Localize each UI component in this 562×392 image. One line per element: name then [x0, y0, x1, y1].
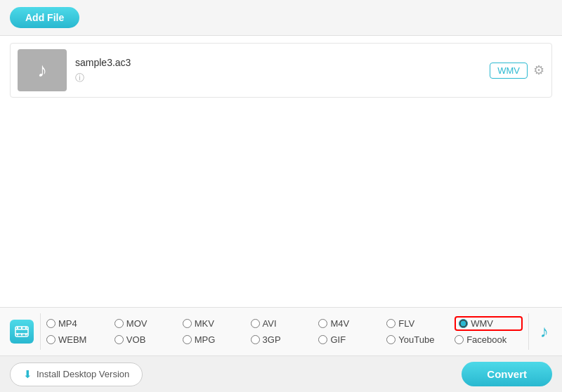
- format-selector: MP4 MOV MKV AVI M4V FLV: [0, 313, 562, 350]
- file-name: sample3.ac3: [75, 57, 490, 68]
- format-label-avi: AVI: [263, 318, 277, 329]
- format-option-wmv[interactable]: WMV: [455, 316, 523, 331]
- format-radio-mpg[interactable]: [183, 335, 192, 344]
- format-label-mp4: MP4: [58, 318, 77, 329]
- svg-rect-8: [21, 334, 22, 336]
- format-radio-3gp[interactable]: [251, 335, 260, 344]
- format-radio-webm[interactable]: [46, 335, 55, 344]
- format-label-facebook: Facebook: [466, 334, 507, 345]
- format-radio-mov[interactable]: [115, 319, 124, 328]
- format-option-3gp[interactable]: 3GP: [251, 332, 319, 347]
- file-item: ♪ sample3.ac3 ⓘ WMV ⚙: [10, 43, 552, 98]
- format-radio-m4v[interactable]: [318, 319, 327, 328]
- format-option-m4v[interactable]: M4V: [318, 316, 386, 331]
- info-icon[interactable]: ⓘ: [75, 72, 84, 83]
- video-format-tab[interactable]: [3, 313, 41, 350]
- format-radio-youtube[interactable]: [386, 335, 396, 344]
- format-radio-flv[interactable]: [386, 319, 396, 328]
- file-thumbnail: ♪: [18, 49, 67, 91]
- audio-format-tab[interactable]: ♪: [528, 313, 559, 350]
- svg-rect-6: [25, 334, 27, 336]
- install-desktop-button[interactable]: ⬇ Install Desktop Version: [10, 362, 143, 386]
- format-radio-gif[interactable]: [318, 335, 327, 344]
- format-radio-avi[interactable]: [251, 319, 260, 328]
- format-option-vob[interactable]: VOB: [115, 332, 183, 347]
- format-label-m4v: M4V: [330, 318, 349, 329]
- bottom-panel: MP4 MOV MKV AVI M4V FLV: [0, 307, 562, 355]
- format-option-webm[interactable]: WEBM: [46, 332, 115, 347]
- format-option-mkv[interactable]: MKV: [183, 316, 251, 331]
- format-label-youtube: YouTube: [398, 334, 434, 345]
- file-info: sample3.ac3 ⓘ: [75, 57, 490, 84]
- svg-rect-3: [17, 327, 18, 329]
- format-radio-wmv[interactable]: [459, 319, 468, 328]
- download-icon: ⬇: [23, 368, 32, 381]
- format-option-mov[interactable]: MOV: [115, 316, 183, 331]
- format-radio-vob[interactable]: [115, 335, 124, 344]
- format-label-webm: WEBM: [58, 334, 86, 345]
- format-option-flv[interactable]: FLV: [386, 316, 455, 331]
- format-label-gif: GIF: [330, 334, 346, 345]
- format-label-wmv: WMV: [471, 318, 493, 329]
- file-list: ♪ sample3.ac3 ⓘ WMV ⚙: [0, 36, 562, 307]
- audio-note-icon: ♪: [540, 322, 549, 341]
- format-label-mpg: MPG: [195, 334, 216, 345]
- install-label: Install Desktop Version: [37, 369, 129, 379]
- format-radio-mp4[interactable]: [46, 319, 55, 328]
- file-actions: WMV ⚙: [490, 63, 544, 79]
- film-icon: [10, 320, 34, 344]
- svg-rect-1: [15, 329, 28, 330]
- music-note-icon: ♪: [37, 59, 47, 81]
- format-option-mp4[interactable]: MP4: [46, 316, 115, 331]
- format-option-mpg[interactable]: MPG: [183, 332, 251, 347]
- format-option-gif[interactable]: GIF: [318, 332, 386, 347]
- format-label-mkv: MKV: [195, 318, 214, 329]
- svg-rect-4: [17, 334, 18, 336]
- svg-rect-7: [21, 327, 22, 329]
- settings-icon[interactable]: ⚙: [533, 63, 544, 78]
- format-label-flv: FLV: [398, 318, 414, 329]
- format-option-youtube[interactable]: YouTube: [386, 332, 455, 347]
- format-option-avi[interactable]: AVI: [251, 316, 319, 331]
- format-label-3gp: 3GP: [263, 334, 281, 345]
- top-bar: Add File: [0, 0, 562, 36]
- add-file-button[interactable]: Add File: [10, 7, 79, 28]
- svg-rect-5: [25, 327, 27, 329]
- format-option-facebook[interactable]: Facebook: [455, 332, 523, 347]
- format-radio-facebook[interactable]: [455, 335, 464, 344]
- footer: ⬇ Install Desktop Version Convert: [0, 355, 562, 392]
- format-badge-button[interactable]: WMV: [490, 63, 528, 79]
- format-options-grid: MP4 MOV MKV AVI M4V FLV: [41, 313, 528, 350]
- format-radio-mkv[interactable]: [183, 319, 192, 328]
- format-label-mov: MOV: [126, 318, 148, 329]
- convert-button[interactable]: Convert: [462, 362, 552, 386]
- format-label-vob: VOB: [126, 334, 145, 345]
